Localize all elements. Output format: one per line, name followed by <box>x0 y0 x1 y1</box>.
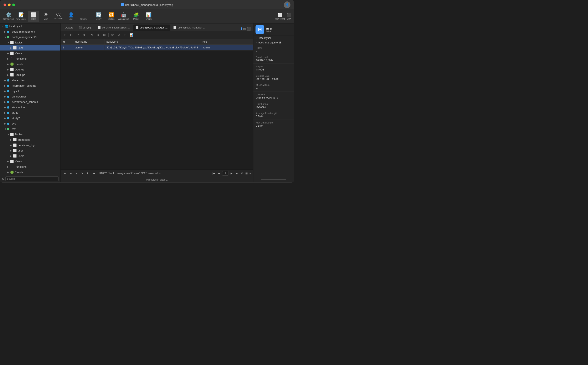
chevron-right-icon: ▶ <box>10 47 13 49</box>
toolbar-view[interactable]: 👁 View <box>40 11 52 22</box>
info-panel-icon[interactable]: ℹ <box>241 27 242 31</box>
stop-btn[interactable]: ■ <box>92 171 96 176</box>
table-icon: ⬜ <box>31 13 36 17</box>
main-toolbar: ⚙️ Connection 📝 New Query ⬜ Table 👁 View… <box>0 9 294 23</box>
remove-row-btn[interactable]: − <box>68 171 73 176</box>
sidebar-item-ebean-test[interactable]: ▶ ebean_test <box>0 77 60 83</box>
tab-book-management-1[interactable]: ⬜ user@book_managemen... <box>133 25 170 31</box>
sidebar-item-study2[interactable]: ▶ study2 <box>0 115 60 121</box>
sidebar-item-authorities[interactable]: ▶ ⬜ authorities <box>0 137 60 142</box>
toolbar-automation[interactable]: 🤖 Automation <box>118 11 129 22</box>
sidebar-item-views-bm3[interactable]: ▶ ⬜ Views <box>0 50 60 56</box>
toolbar-model[interactable]: 🧩 Model <box>130 11 142 22</box>
ct-sort-btn[interactable]: ≡ <box>95 32 101 38</box>
sidebar-item-user-test[interactable]: ▶ ⬜ user <box>0 148 60 153</box>
toolbar-new-query[interactable]: 📝 New Query <box>15 11 27 22</box>
ebean-test-label: ebean_test <box>12 79 25 82</box>
maximize-button[interactable] <box>12 4 15 6</box>
sidebar-settings-icon[interactable]: ⚙ <box>2 177 5 180</box>
first-page-btn[interactable]: |◀ <box>211 171 216 176</box>
sidebar-item-tables-test[interactable]: ▼ ⬜ Tables <box>0 132 60 137</box>
toolbar-others[interactable]: ⋯ Others <box>78 11 89 22</box>
table-area[interactable]: id username password role 1 admin $2a$10… <box>61 39 253 169</box>
sidebar-item-user-bm3[interactable]: ▶ ⬜ user <box>0 45 60 50</box>
ct-refresh-btn[interactable]: ⟳ <box>110 32 115 38</box>
sidebar-item-study[interactable]: ▶ study <box>0 110 60 115</box>
col-role[interactable]: role <box>200 39 253 45</box>
col-id[interactable]: id <box>61 39 73 45</box>
functions-test-label: Functions <box>15 165 26 168</box>
tab-objects[interactable]: Objects <box>62 25 76 31</box>
refresh-btn[interactable]: ↻ <box>86 171 91 176</box>
ct-add-row-btn[interactable]: ⊞ <box>62 32 68 38</box>
prev-page-btn[interactable]: ◀ <box>217 171 221 176</box>
sidebar-item-backups-bm3[interactable]: ▶ ⬜ Backups <box>0 72 60 77</box>
sidebar-item-functions-bm3[interactable]: ▶ ƒ Functions <box>0 56 60 61</box>
page-input[interactable] <box>222 171 229 176</box>
ct-delete-row-btn[interactable]: ⊟ <box>68 32 74 38</box>
toolbar-user[interactable]: 👤 User <box>65 11 77 22</box>
sidebar-item-online-order[interactable]: ▶ onlineOrder <box>0 94 60 99</box>
sidebar-item-users-test[interactable]: ▶ ⬜ users <box>0 153 60 159</box>
ct-export-btn[interactable]: ⊞ <box>122 32 128 38</box>
sidebar-item-queries-bm3[interactable]: ▶ ⬜ Queries <box>0 67 60 72</box>
ct-chart-btn[interactable]: 📊 <box>128 32 134 38</box>
toolbar-function[interactable]: ƒ(x) Function <box>53 11 64 22</box>
sidebar-item-book-management[interactable]: ▶ book_management <box>0 29 60 34</box>
list-view-btn[interactable]: ≡ <box>250 172 251 175</box>
sidebar-item-functions-test[interactable]: ▶ ƒ Functions <box>0 164 60 169</box>
sidebar-item-mysql[interactable]: ▶ mysql <box>0 88 60 94</box>
col-username[interactable]: username <box>73 39 104 45</box>
sidebar-item-test[interactable]: ▼ test <box>0 126 60 132</box>
last-page-btn[interactable]: ▶| <box>235 171 239 176</box>
toolbar-charts[interactable]: 📊 Charts <box>143 11 154 22</box>
ct-filter-btn[interactable]: ∇ <box>89 32 95 38</box>
table-row[interactable]: 1 admin $2a$10$uTKwy8nTXWSS8oBygcNGouBpg… <box>61 45 253 50</box>
rp-scrollbar[interactable] <box>261 179 286 180</box>
database-icon <box>7 105 11 109</box>
ct-copy-btn[interactable]: ⊕ <box>81 32 87 38</box>
close-button[interactable] <box>4 4 6 6</box>
toolbar-view-btn1[interactable]: ⬜ view-icon1 <box>275 13 285 20</box>
columns-panel-icon[interactable]: ⬛ <box>247 27 251 31</box>
sidebar-item-localmysql[interactable]: ▼ 🌐 localmysql <box>0 23 60 29</box>
search-input[interactable] <box>5 176 59 181</box>
cell-id: 1 <box>61 45 73 50</box>
check-btn[interactable]: ✓ <box>74 171 79 176</box>
ct-apply-btn[interactable]: ↩ <box>75 32 80 38</box>
tab-book-management-2[interactable]: ⬜ user@book_managemen... <box>171 25 208 31</box>
toolbar-table[interactable]: ⬜ Table <box>28 11 39 22</box>
col-password[interactable]: password <box>104 39 200 45</box>
rp-modified-label: Modified Date <box>256 84 291 86</box>
grid-panel-icon[interactable]: ⊞ <box>243 27 246 31</box>
ct-undo-btn[interactable]: ↺ <box>116 32 122 38</box>
sidebar-item-sys[interactable]: ▶ sys <box>0 121 60 126</box>
toolbar-query[interactable]: 🔄 Query <box>93 11 104 22</box>
next-page-btn[interactable]: ▶ <box>229 171 234 176</box>
minimize-button[interactable] <box>8 4 11 6</box>
sidebar-item-tables-bm3[interactable]: ▼ ⬜ Tables <box>0 40 60 45</box>
sidebar-item-performance-schema[interactable]: ▶ performance_schema <box>0 99 60 105</box>
views-folder-icon: ⬜ <box>10 160 14 163</box>
toolbar-backup[interactable]: 🔁 Backup <box>105 11 117 22</box>
cancel-btn[interactable]: ✕ <box>80 171 85 176</box>
tab-almysql[interactable]: ⬛ almysql) <box>76 25 95 31</box>
toolbar-connection[interactable]: ⚙️ Connection <box>3 11 14 22</box>
sidebar-item-views-test[interactable]: ▶ ⬜ Views <box>0 159 60 164</box>
ct-grid-btn[interactable]: ⊞ <box>101 32 107 38</box>
sidebar-item-events-bm3[interactable]: ▶ 🟢 Events <box>0 61 60 67</box>
grid-view-btn[interactable]: ⊞ <box>245 172 248 175</box>
sidebar-item-staybooking[interactable]: ▶ staybooking <box>0 105 60 110</box>
settings-btn[interactable]: ⚙ <box>241 172 244 175</box>
tab-persistent-logins[interactable]: ⬜ persistent_logins@test (l... <box>95 25 133 31</box>
add-row-btn[interactable]: + <box>63 171 67 176</box>
views-test-label: Views <box>15 160 22 163</box>
user-avatar[interactable]: 👤 <box>284 1 290 8</box>
sidebar-item-book-management3[interactable]: ▼ book_management3 <box>0 34 60 40</box>
toolbar-view-btn2[interactable]: ⬛ View <box>287 13 291 20</box>
sidebar-tree[interactable]: ▼ 🌐 localmysql ▶ book_management ▼ book_… <box>0 23 60 175</box>
sidebar-item-information-schema[interactable]: ▶ information_schema <box>0 83 60 88</box>
sidebar-item-events-test[interactable]: ▶ 🟢 Events <box>0 169 60 175</box>
events-bm3-label: Events <box>15 63 23 66</box>
sidebar-item-persistent-logi[interactable]: ▶ ⬜ persistent_logi... <box>0 142 60 148</box>
